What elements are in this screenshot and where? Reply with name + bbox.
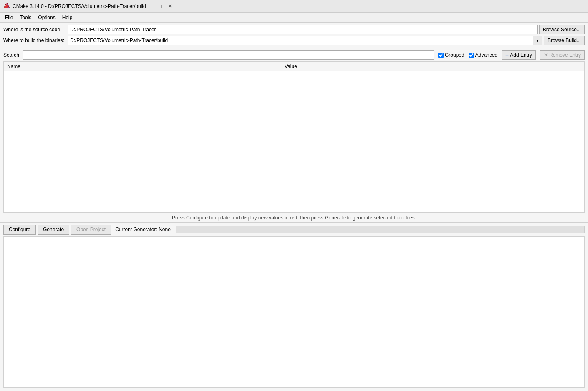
search-input[interactable] (23, 50, 434, 60)
table-area: Name Value (3, 61, 585, 213)
grouped-label: Grouped (445, 52, 464, 58)
table-header: Name Value (4, 62, 584, 71)
source-input[interactable] (68, 25, 538, 34)
search-options: Grouped Advanced + Add Entry ✕ Remove En… (438, 50, 585, 60)
source-label: Where is the source code: (3, 27, 68, 33)
browse-build-button[interactable]: Browse Build... (544, 36, 585, 45)
bottom-buttons: Configure Generate Open Project Current … (0, 222, 588, 236)
advanced-checkbox[interactable] (469, 53, 474, 58)
menu-file[interactable]: File (2, 14, 16, 21)
top-form: Where is the source code: Browse Source.… (0, 23, 588, 49)
menu-help[interactable]: Help (59, 14, 76, 21)
grouped-checkbox[interactable] (438, 53, 444, 58)
menu-options[interactable]: Options (35, 14, 58, 21)
open-project-button[interactable]: Open Project (71, 225, 111, 235)
generator-label: Current Generator: None (115, 227, 171, 232)
window-controls: — □ ✕ (146, 2, 174, 10)
browse-source-button[interactable]: Browse Source... (539, 25, 585, 34)
title-text: CMake 3.14.0 - D:/PROJECTS/Volumetric-Pa… (13, 3, 146, 9)
remove-icon: ✕ (544, 52, 548, 58)
build-input[interactable] (68, 36, 533, 45)
status-area: Press Configure to update and display ne… (0, 213, 588, 222)
main-content: Where is the source code: Browse Source.… (0, 23, 588, 391)
title-bar: CMake 3.14.0 - D:/PROJECTS/Volumetric-Pa… (0, 0, 588, 13)
search-label: Search: (3, 52, 20, 58)
remove-entry-button[interactable]: ✕ Remove Entry (540, 50, 585, 60)
advanced-label: Advanced (475, 52, 497, 58)
build-label: Where to build the binaries: (3, 38, 68, 43)
status-message: Press Configure to update and display ne… (172, 215, 416, 221)
source-row: Where is the source code: Browse Source.… (3, 25, 585, 34)
generate-button[interactable]: Generate (38, 225, 69, 235)
configure-button[interactable]: Configure (3, 225, 36, 235)
add-icon: + (505, 52, 509, 58)
build-row: Where to build the binaries: ▼ Browse Bu… (3, 36, 585, 45)
maximize-button[interactable]: □ (156, 2, 164, 10)
table-body (4, 71, 584, 212)
build-input-container: ▼ (68, 36, 542, 45)
log-area (3, 236, 585, 388)
build-dropdown-button[interactable]: ▼ (533, 36, 542, 45)
minimize-button[interactable]: — (146, 2, 154, 10)
add-entry-button[interactable]: + Add Entry (502, 50, 536, 60)
cmake-icon (3, 2, 10, 10)
grouped-checkbox-label[interactable]: Grouped (438, 52, 464, 58)
column-header-value: Value (281, 62, 584, 71)
progress-bar (176, 226, 585, 233)
close-button[interactable]: ✕ (166, 2, 174, 10)
advanced-checkbox-label[interactable]: Advanced (469, 52, 497, 58)
search-bar: Search: Grouped Advanced + Add Entry ✕ R… (0, 49, 588, 61)
menu-bar: File Tools Options Help (0, 13, 588, 23)
menu-tools[interactable]: Tools (16, 14, 35, 21)
column-header-name: Name (4, 62, 281, 71)
